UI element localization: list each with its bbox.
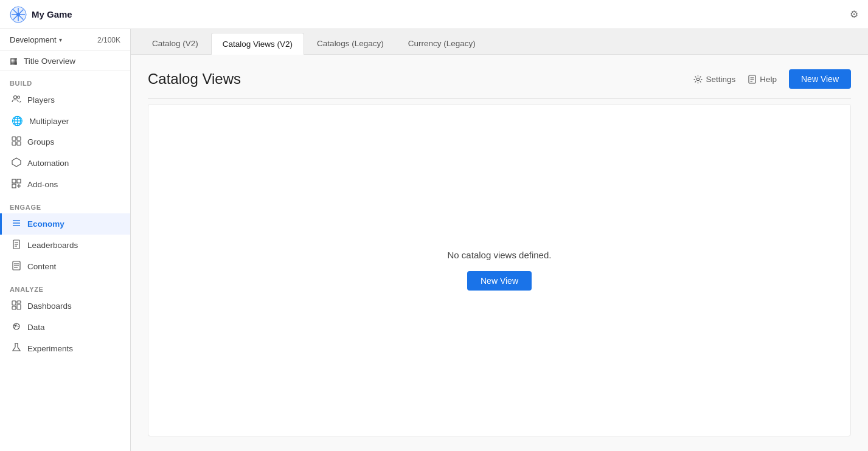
svg-rect-8: [12, 137, 16, 140]
content-area: Catalog (V2) Catalog Views (V2) Catalogs…: [131, 29, 868, 451]
page-header: Catalog Views Settings: [148, 69, 851, 89]
settings-label: Settings: [706, 75, 735, 84]
groups-label: Groups: [27, 137, 54, 146]
svg-rect-11: [17, 142, 21, 145]
app-title: My Game: [32, 9, 72, 19]
top-bar: My Game ⚙: [0, 0, 868, 29]
app-logo-icon: [10, 6, 27, 23]
svg-rect-29: [12, 301, 16, 305]
svg-rect-13: [12, 179, 16, 183]
section-label-build: BUILD: [0, 71, 130, 89]
dashboards-icon: [12, 300, 21, 312]
help-label: Help: [760, 75, 777, 84]
sidebar-item-leaderboards[interactable]: Leaderboards: [0, 235, 130, 256]
sidebar-item-economy[interactable]: Economy: [0, 213, 130, 235]
empty-state-message: No catalog views defined.: [448, 250, 552, 260]
experiments-icon: [12, 343, 21, 354]
addons-icon: [12, 179, 21, 190]
tab-catalogs-legacy[interactable]: Catalogs (Legacy): [305, 32, 395, 54]
sidebar-item-data[interactable]: Data: [0, 317, 130, 338]
new-view-button-empty[interactable]: New View: [467, 271, 532, 291]
svg-rect-14: [17, 179, 21, 183]
header-actions: Settings Help New View: [693, 69, 851, 89]
sidebar-item-players[interactable]: Players: [0, 89, 130, 111]
section-label-engage: ENGAGE: [0, 195, 130, 213]
sidebar-item-dashboards[interactable]: Dashboards: [0, 295, 130, 317]
sidebar: Development ▾ 2/100K ▦ Title Overview BU…: [0, 29, 131, 451]
page-title: Catalog Views: [148, 71, 241, 88]
svg-rect-9: [17, 137, 21, 140]
title-overview-label: Title Overview: [24, 57, 75, 66]
environment-label: Development: [10, 35, 57, 44]
experiments-label: Experiments: [27, 344, 73, 353]
economy-icon: [12, 218, 21, 230]
svg-rect-10: [12, 142, 16, 145]
multiplayer-label: Multiplayer: [29, 117, 69, 126]
leaderboards-label: Leaderboards: [27, 241, 78, 250]
tab-currency-legacy[interactable]: Currency (Legacy): [397, 32, 487, 54]
sidebar-item-title-overview[interactable]: ▦ Title Overview: [0, 51, 130, 71]
svg-rect-32: [17, 305, 21, 309]
players-label: Players: [27, 95, 55, 105]
automation-label: Automation: [27, 159, 69, 168]
environment-selector[interactable]: Development ▾ 2/100K: [0, 29, 130, 51]
data-icon: [12, 322, 21, 333]
section-label-analyze: ANALYZE: [0, 277, 130, 295]
settings-icon: [693, 75, 703, 84]
svg-point-37: [697, 78, 700, 80]
data-label: Data: [27, 323, 45, 332]
empty-state: No catalog views defined. New View: [148, 104, 851, 436]
env-count: 2/100K: [97, 36, 120, 44]
settings-link[interactable]: Settings: [693, 75, 735, 84]
svg-point-6: [14, 96, 17, 99]
tab-catalog-views-v2[interactable]: Catalog Views (V2): [211, 33, 304, 55]
multiplayer-icon: 🌐: [12, 115, 23, 126]
svg-rect-15: [12, 184, 16, 188]
svg-line-35: [14, 325, 19, 326]
addons-label: Add-ons: [27, 180, 58, 189]
svg-point-7: [18, 96, 20, 98]
chevron-down-icon: ▾: [59, 36, 62, 43]
sidebar-item-groups[interactable]: Groups: [0, 131, 130, 153]
content-icon: [12, 261, 21, 272]
content-label: Content: [27, 262, 56, 271]
groups-icon: [12, 136, 21, 148]
players-icon: [12, 94, 21, 106]
bar-chart-icon: ▦: [10, 56, 18, 66]
main-layout: Development ▾ 2/100K ▦ Title Overview BU…: [0, 29, 868, 451]
env-left[interactable]: Development ▾: [10, 35, 62, 44]
app-logo[interactable]: My Game: [10, 6, 72, 23]
sidebar-item-experiments[interactable]: Experiments: [0, 338, 130, 359]
automation-icon: [12, 157, 21, 169]
svg-point-5: [16, 13, 20, 16]
tab-bar: Catalog (V2) Catalog Views (V2) Catalogs…: [131, 29, 868, 55]
svg-rect-31: [12, 306, 16, 309]
sidebar-item-automation[interactable]: Automation: [0, 153, 130, 174]
dashboards-label: Dashboards: [27, 301, 72, 311]
sidebar-item-multiplayer[interactable]: 🌐 Multiplayer: [0, 111, 130, 131]
tab-catalog-v2[interactable]: Catalog (V2): [141, 32, 210, 54]
header-divider: [148, 98, 851, 99]
settings-gear-icon[interactable]: ⚙: [850, 9, 858, 20]
economy-label: Economy: [27, 219, 64, 229]
new-view-button-top[interactable]: New View: [789, 69, 851, 89]
help-link[interactable]: Help: [748, 75, 777, 84]
leaderboards-icon: [12, 239, 21, 251]
sidebar-item-addons[interactable]: Add-ons: [0, 174, 130, 195]
page-content: Catalog Views Settings: [131, 55, 868, 451]
help-icon: [748, 75, 757, 84]
svg-marker-12: [12, 158, 21, 167]
sidebar-item-content[interactable]: Content: [0, 256, 130, 277]
svg-rect-30: [17, 301, 21, 303]
